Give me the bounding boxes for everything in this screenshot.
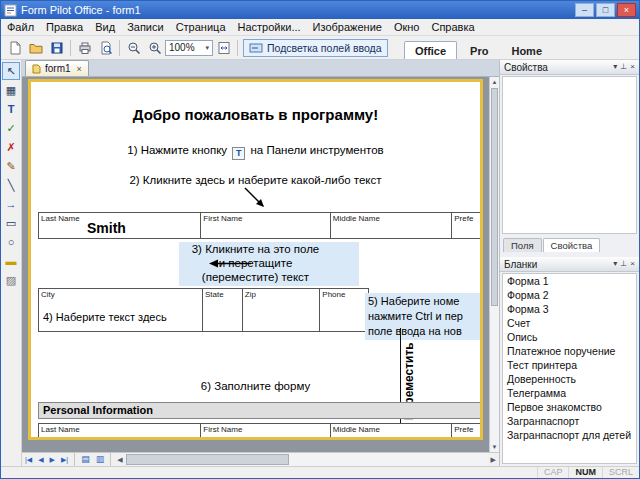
minimize-button[interactable]: – (575, 3, 594, 17)
document-viewport: Добро пожаловать в программу! 1) Нажмите… (22, 77, 499, 452)
fit-page-icon[interactable] (213, 38, 234, 58)
middle-name-field-2[interactable]: Middle Name (331, 424, 452, 440)
middle-name-field[interactable]: Middle Name (331, 213, 452, 238)
city-field[interactable]: City 4) Наберите текст здесь (39, 289, 203, 331)
zoom-select[interactable]: 100% ▾ (165, 40, 213, 56)
save-icon[interactable] (46, 38, 67, 58)
cross-stamp-tool[interactable]: ✗ (2, 138, 20, 156)
phone-field[interactable]: Phone (320, 289, 368, 331)
tab-fields[interactable]: Поля (503, 238, 542, 252)
panel-close-icon[interactable]: × (630, 61, 635, 73)
prefix-field-2[interactable]: Prefe (452, 424, 483, 440)
blank-item-passport-children[interactable]: Загранпаспорт для детей (503, 428, 636, 442)
open-folder-icon[interactable] (25, 38, 46, 58)
text-tool[interactable]: T (2, 100, 20, 118)
zoom-in-icon[interactable] (144, 38, 165, 58)
horizontal-scroll-thumb[interactable] (126, 454, 289, 465)
step5-text: 5) Наберите номе нажмите Ctrl и пер поле… (368, 294, 480, 339)
pin-icon[interactable]: ⊥ (620, 258, 627, 270)
menu-page[interactable]: Страница (170, 20, 232, 34)
maximize-button[interactable]: □ (596, 3, 615, 17)
input-field-icon (249, 42, 263, 54)
first-name-field[interactable]: First Name (201, 213, 330, 238)
zip-field[interactable]: Zip (243, 289, 321, 331)
next-record-button[interactable]: ▶ (47, 453, 58, 466)
line-tool[interactable]: ╲ (2, 176, 20, 194)
rectangle-tool[interactable]: ▭ (2, 214, 20, 232)
step5-line3: поле ввода на нов (368, 324, 480, 339)
blank-item-forma2[interactable]: Форма 2 (503, 288, 636, 302)
close-button[interactable]: × (617, 3, 636, 17)
last-name-field-2[interactable]: Last Name (39, 424, 201, 440)
menu-window[interactable]: Окно (388, 20, 426, 34)
check-stamp-tool[interactable]: ✓ (2, 119, 20, 137)
delete-record-button[interactable]: ▥ (93, 453, 108, 466)
blank-item-forma1[interactable]: Форма 1 (503, 274, 636, 288)
close-tab-icon[interactable]: × (77, 64, 82, 74)
first-record-button[interactable]: |◀ (22, 453, 35, 466)
scroll-right-icon[interactable]: ▶ (488, 456, 499, 464)
welcome-heading: Добро пожаловать в программу! (31, 106, 480, 123)
menu-edit[interactable]: Правка (40, 20, 89, 34)
new-document-icon[interactable] (4, 38, 25, 58)
document-tab-form1[interactable]: form1 × (25, 60, 89, 76)
step5-line1: 5) Наберите номе (368, 294, 480, 309)
panel-close-icon[interactable]: × (630, 258, 635, 270)
new-record-button[interactable]: ▤ (78, 453, 93, 466)
properties-panel-body (502, 76, 637, 234)
tab-pro[interactable]: Pro (460, 42, 498, 59)
panel-menu-icon[interactable]: ▾ (613, 61, 617, 73)
panel-menu-icon[interactable]: ▾ (613, 258, 617, 270)
blank-item-power-of-attorney[interactable]: Доверенность (503, 372, 636, 386)
scroll-up-icon[interactable]: ▲ (490, 77, 499, 87)
menu-bar: Файл Правка Вид Записи Страница Настройк… (1, 19, 639, 36)
arrow-tool[interactable]: → (2, 195, 20, 213)
first-name-field-2[interactable]: First Name (201, 424, 330, 440)
scroll-down-icon[interactable]: ▼ (490, 442, 499, 452)
last-record-button[interactable]: ▶| (58, 453, 71, 466)
step4-text[interactable]: 4) Наберите текст здесь (43, 311, 167, 323)
menu-view[interactable]: Вид (89, 20, 121, 34)
vertical-scrollbar[interactable]: ▲ ▼ (489, 77, 499, 452)
blank-item-payment-order[interactable]: Платежное поручение (503, 344, 636, 358)
pencil-tool[interactable]: ✎ (2, 157, 20, 175)
typed-text-smith[interactable]: Smith (87, 220, 126, 236)
last-name-field[interactable]: Last Name Smith (39, 213, 201, 238)
tab-properties[interactable]: Свойства (543, 238, 601, 252)
tab-office[interactable]: Office (404, 41, 457, 59)
tab-home[interactable]: Home (501, 42, 552, 59)
personal-info-table: Last Name First Name Middle Name Prefe (38, 423, 483, 440)
vertical-scroll-thumb[interactable] (491, 88, 498, 306)
right-panel: Свойства ▾ ⊥ × Поля Свойства Бланки ▾ (499, 60, 639, 466)
scroll-left-icon[interactable]: ◀ (114, 456, 125, 464)
zip-label: Zip (243, 289, 320, 299)
blank-item-forma3[interactable]: Форма 3 (503, 302, 636, 316)
menu-help[interactable]: Справка (425, 20, 480, 34)
prefix-field[interactable]: Prefe (452, 213, 483, 238)
blank-item-telegram[interactable]: Телеграмма (503, 386, 636, 400)
pin-icon[interactable]: ⊥ (620, 61, 627, 73)
state-field[interactable]: State (203, 289, 243, 331)
blank-item-first-acquaintance[interactable]: Первое знакомство (503, 400, 636, 414)
blank-item-passport[interactable]: Загранпаспорт (503, 414, 636, 428)
image-tool[interactable]: ▦ (2, 81, 20, 99)
menu-image[interactable]: Изображение (307, 20, 388, 34)
blank-item-schet[interactable]: Счет (503, 316, 636, 330)
menu-file[interactable]: Файл (1, 20, 40, 34)
blanks-panel-title: Бланки (504, 259, 537, 270)
previous-record-button[interactable]: ◀ (35, 453, 46, 466)
zoom-out-icon[interactable] (123, 38, 144, 58)
highlight-tool[interactable]: ▬ (2, 252, 20, 270)
eraser-tool[interactable]: ▨ (2, 271, 20, 289)
horizontal-scrollbar[interactable]: ◀ ▶ (114, 453, 499, 466)
menu-records[interactable]: Записи (121, 20, 170, 34)
menu-settings[interactable]: Настройки... (232, 20, 307, 34)
blank-item-opis[interactable]: Опись (503, 330, 636, 344)
horizontal-scroll-track[interactable] (126, 453, 488, 466)
blank-item-printer-test[interactable]: Тест принтера (503, 358, 636, 372)
ellipse-tool[interactable]: ○ (2, 233, 20, 251)
select-tool[interactable]: ↖ (2, 62, 20, 80)
highlight-fields-button[interactable]: Подсветка полей ввода (243, 39, 388, 57)
print-preview-icon[interactable] (95, 38, 116, 58)
print-icon[interactable] (74, 38, 95, 58)
